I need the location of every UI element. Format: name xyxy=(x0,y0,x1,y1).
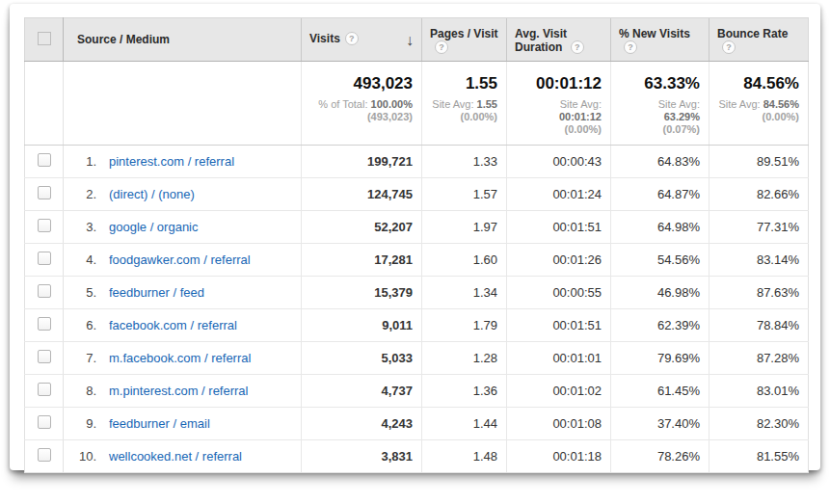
row-checkbox[interactable] xyxy=(38,153,51,167)
report-card: Source / Medium ↓ Visits? Pages / Visit … xyxy=(10,4,820,470)
row-checkbox-cell xyxy=(25,244,64,277)
bounce-rate-header-label: Bounce Rate xyxy=(717,27,788,40)
totals-pages-cell: 1.55 Site Avg: 1.55 (0.00%) xyxy=(422,62,507,146)
column-header-source-medium[interactable]: Source / Medium xyxy=(64,18,302,62)
totals-spacer-cell xyxy=(25,62,64,146)
visits-cell: 4,243 xyxy=(302,408,422,440)
bounce-rate-cell: 78.84% xyxy=(710,309,809,342)
table-row: 5.feedburner / feed 15,379 1.34 00:00:55… xyxy=(25,277,809,309)
source-medium-cell: 10.wellcooked.net / referral xyxy=(64,440,302,473)
avg-duration-cell: 00:01:51 xyxy=(507,309,611,342)
source-medium-cell: 8.m.pinterest.com / referral xyxy=(64,375,302,408)
avg-duration-cell: 00:01:26 xyxy=(507,244,611,277)
bounce-rate-cell: 81.55% xyxy=(710,440,809,473)
new-visits-cell: 54.56% xyxy=(611,244,710,277)
source-medium-link[interactable]: feedburner / email xyxy=(109,416,210,431)
row-checkbox[interactable] xyxy=(38,415,51,429)
row-checkbox[interactable] xyxy=(38,186,51,199)
help-icon[interactable]: ? xyxy=(571,40,584,54)
table-row: 7.m.facebook.com / referral 5,033 1.28 0… xyxy=(25,342,809,375)
pages-visit-cell: 1.36 xyxy=(422,375,507,408)
help-icon[interactable]: ? xyxy=(722,40,736,54)
visits-cell: 52,207 xyxy=(302,211,422,244)
visits-cell: 199,721 xyxy=(302,146,422,178)
pages-visit-cell: 1.33 xyxy=(422,146,507,178)
bounce-rate-cell: 82.30% xyxy=(710,408,809,440)
new-visits-cell: 37.40% xyxy=(611,408,710,440)
source-medium-link[interactable]: facebook.com / referral xyxy=(109,318,237,332)
row-checkbox[interactable] xyxy=(38,317,51,331)
total-bounce-value: 84.56% xyxy=(718,74,799,93)
total-new-visits-paren: (0.07%) xyxy=(620,123,700,136)
row-checkbox[interactable] xyxy=(38,448,51,462)
sort-desc-icon: ↓ xyxy=(406,33,414,48)
row-checkbox[interactable] xyxy=(38,252,51,265)
total-duration-value: 00:01:12 xyxy=(516,74,602,93)
source-medium-link[interactable]: pinterest.com / referral xyxy=(109,154,234,169)
pages-visit-cell: 1.44 xyxy=(422,408,507,440)
row-index: 6. xyxy=(73,318,96,332)
source-medium-link[interactable]: (direct) / (none) xyxy=(109,187,195,201)
source-medium-link[interactable]: m.pinterest.com / referral xyxy=(109,384,249,398)
column-header-avg-visit-duration[interactable]: Avg. Visit Duration ? xyxy=(507,18,611,62)
column-header-new-visits[interactable]: % New Visits ? xyxy=(611,18,710,62)
source-medium-link[interactable]: m.facebook.com / referral xyxy=(109,351,251,365)
new-visits-cell: 46.98% xyxy=(611,277,710,309)
total-bounce-subline: Site Avg: 84.56% xyxy=(718,98,799,111)
visits-cell: 5,033 xyxy=(302,342,422,375)
source-medium-link[interactable]: feedburner / feed xyxy=(109,285,204,300)
source-medium-link[interactable]: foodgawker.com / referral xyxy=(109,252,251,267)
help-icon[interactable]: ? xyxy=(435,40,448,54)
row-index: 8. xyxy=(73,384,96,398)
pages-visit-cell: 1.79 xyxy=(422,309,507,342)
source-medium-cell: 5.feedburner / feed xyxy=(64,277,302,309)
source-medium-cell: 3.google / organic xyxy=(64,211,302,244)
row-index: 5. xyxy=(73,285,96,300)
help-icon[interactable]: ? xyxy=(624,40,637,54)
totals-source-cell xyxy=(64,62,302,146)
row-checkbox[interactable] xyxy=(38,350,51,363)
total-visits-subline: % of Total: 100.00% xyxy=(310,98,413,111)
row-checkbox-cell xyxy=(25,342,64,375)
avg-duration-header-label: Avg. Visit Duration xyxy=(515,27,567,54)
row-checkbox[interactable] xyxy=(38,284,51,298)
row-checkbox[interactable] xyxy=(38,219,51,232)
new-visits-cell: 64.87% xyxy=(611,178,710,211)
source-medium-table: Source / Medium ↓ Visits? Pages / Visit … xyxy=(24,17,809,473)
source-medium-link[interactable]: google / organic xyxy=(109,220,199,234)
total-pages-value: 1.55 xyxy=(431,74,497,93)
source-medium-cell: 7.m.facebook.com / referral xyxy=(64,342,302,375)
help-icon[interactable]: ? xyxy=(345,32,359,45)
row-checkbox[interactable] xyxy=(38,383,51,396)
totals-bounce-cell: 84.56% Site Avg: 84.56% (0.00%) xyxy=(710,62,809,146)
pages-visit-header-label: Pages / Visit xyxy=(430,27,497,40)
analytics-report-page: Source / Medium ↓ Visits? Pages / Visit … xyxy=(0,0,830,504)
row-checkbox-cell xyxy=(25,277,64,309)
pages-visit-cell: 1.97 xyxy=(422,211,507,244)
avg-duration-cell: 00:01:24 xyxy=(507,178,611,211)
total-new-visits-subline: Site Avg: 63.29% xyxy=(620,98,700,123)
table-header-row: Source / Medium ↓ Visits? Pages / Visit … xyxy=(25,18,809,62)
bounce-rate-cell: 77.31% xyxy=(710,211,809,244)
row-checkbox-cell xyxy=(25,178,64,211)
column-header-pages-visit[interactable]: Pages / Visit ? xyxy=(422,18,507,62)
total-duration-subline: Site Avg: 00:01:12 xyxy=(516,98,602,123)
table-row: 9.feedburner / email 4,243 1.44 00:01:08… xyxy=(25,408,809,440)
table-row: 8.m.pinterest.com / referral 4,737 1.36 … xyxy=(25,375,809,408)
bounce-rate-cell: 82.66% xyxy=(710,178,809,211)
row-index: 1. xyxy=(73,154,96,169)
visits-cell: 9,011 xyxy=(302,309,422,342)
row-index: 4. xyxy=(73,252,96,267)
bounce-rate-cell: 89.51% xyxy=(710,146,809,178)
select-all-checkbox[interactable] xyxy=(38,32,51,45)
totals-visits-cell: 493,023 % of Total: 100.00% (493,023) xyxy=(302,62,422,146)
row-index: 3. xyxy=(73,220,96,234)
column-header-bounce-rate[interactable]: Bounce Rate ? xyxy=(710,18,809,62)
pages-visit-cell: 1.57 xyxy=(422,178,507,211)
column-header-visits[interactable]: ↓ Visits? xyxy=(302,18,422,62)
source-medium-link[interactable]: wellcooked.net / referral xyxy=(109,449,242,464)
avg-duration-cell: 00:01:18 xyxy=(507,440,611,473)
visits-cell: 124,745 xyxy=(302,178,422,211)
total-pages-paren: (0.00%) xyxy=(431,111,497,123)
pages-visit-cell: 1.34 xyxy=(422,277,507,309)
